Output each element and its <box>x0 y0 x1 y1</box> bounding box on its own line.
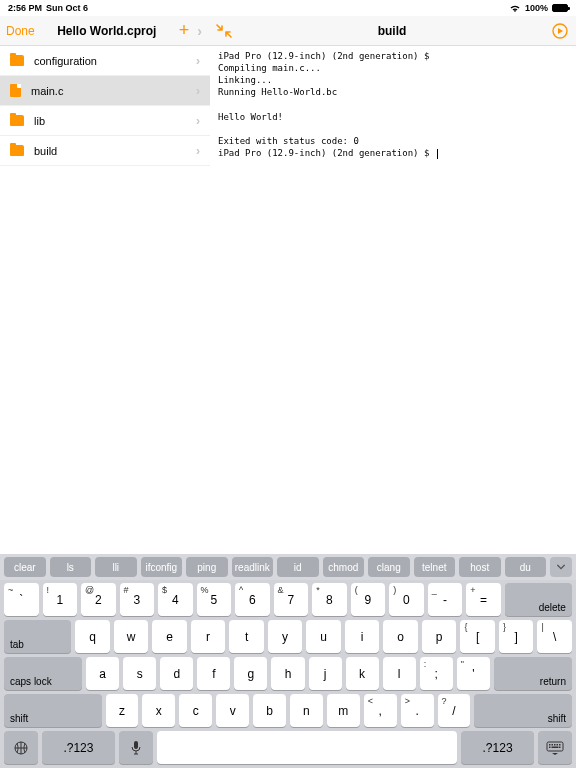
key-=[interactable]: += <box>466 583 501 616</box>
console-title: build <box>378 24 407 38</box>
key-0[interactable]: )0 <box>389 583 424 616</box>
symbols-key-right[interactable]: .?123 <box>461 731 534 764</box>
sidebar-item-build[interactable]: build› <box>0 136 210 166</box>
key-i[interactable]: i <box>345 620 380 653</box>
shortcut-telnet[interactable]: telnet <box>414 557 456 577</box>
shortcut-host[interactable]: host <box>459 557 501 577</box>
file-icon <box>10 84 21 97</box>
key-6[interactable]: ^6 <box>235 583 270 616</box>
chevron-right-icon: › <box>196 84 200 98</box>
key-8[interactable]: *8 <box>312 583 347 616</box>
symbols-key-left[interactable]: .?123 <box>42 731 115 764</box>
key-;[interactable]: :; <box>420 657 453 690</box>
key-`[interactable]: ~` <box>4 583 39 616</box>
key-][interactable]: }] <box>499 620 534 653</box>
chevron-right-icon[interactable]: › <box>197 23 202 39</box>
key--[interactable]: _- <box>428 583 463 616</box>
add-button[interactable]: + <box>179 20 190 41</box>
key-s[interactable]: s <box>123 657 156 690</box>
key-4[interactable]: $4 <box>158 583 193 616</box>
shortcut-ls[interactable]: ls <box>50 557 92 577</box>
key-[[interactable]: {[ <box>460 620 495 653</box>
shortcut-lli[interactable]: lli <box>95 557 137 577</box>
folder-icon <box>10 145 24 156</box>
key-n[interactable]: n <box>290 694 323 727</box>
shift-key-right[interactable]: shift <box>474 694 572 727</box>
svg-rect-10 <box>552 746 559 748</box>
key-,[interactable]: <, <box>364 694 397 727</box>
key-q[interactable]: q <box>75 620 110 653</box>
dismiss-keyboard-key[interactable] <box>538 731 572 764</box>
shortcut-chmod[interactable]: chmod <box>323 557 365 577</box>
collapse-icon[interactable] <box>216 24 232 38</box>
key-o[interactable]: o <box>383 620 418 653</box>
tab-key[interactable]: tab <box>4 620 71 653</box>
shortcut-ifconfig[interactable]: ifconfig <box>141 557 183 577</box>
sidebar-item-label: configuration <box>34 55 97 67</box>
key-p[interactable]: p <box>422 620 457 653</box>
key-l[interactable]: l <box>383 657 416 690</box>
key-1[interactable]: !1 <box>43 583 78 616</box>
key-v[interactable]: v <box>216 694 249 727</box>
status-bar: 2:56 PM Sun Oct 6 100% <box>0 0 576 16</box>
key-5[interactable]: %5 <box>197 583 232 616</box>
key-g[interactable]: g <box>234 657 267 690</box>
caps-lock-key[interactable]: caps lock <box>4 657 82 690</box>
file-sidebar: configuration›main.c›lib›build› <box>0 46 210 558</box>
shortcut-readlink[interactable]: readlink <box>232 557 274 577</box>
svg-rect-8 <box>559 744 561 746</box>
mic-key[interactable] <box>119 731 153 764</box>
key-t[interactable]: t <box>229 620 264 653</box>
key-a[interactable]: a <box>86 657 119 690</box>
key-r[interactable]: r <box>191 620 226 653</box>
return-key[interactable]: return <box>494 657 572 690</box>
svg-rect-2 <box>134 741 138 749</box>
shortcut-id[interactable]: id <box>277 557 319 577</box>
sidebar-item-main-c[interactable]: main.c› <box>0 76 210 106</box>
shortcuts-collapse-button[interactable] <box>550 557 572 577</box>
sidebar-item-configuration[interactable]: configuration› <box>0 46 210 76</box>
key-/[interactable]: ?/ <box>438 694 471 727</box>
key-b[interactable]: b <box>253 694 286 727</box>
key-z[interactable]: z <box>106 694 139 727</box>
key-\[interactable]: |\ <box>537 620 572 653</box>
key-m[interactable]: m <box>327 694 360 727</box>
console-output[interactable]: iPad Pro (12.9-inch) (2nd generation) $ … <box>210 46 576 558</box>
key-c[interactable]: c <box>179 694 212 727</box>
space-key[interactable] <box>157 731 457 764</box>
shortcut-du[interactable]: du <box>505 557 547 577</box>
keyboard: clearlslliifconfigpingreadlinkidchmodcla… <box>0 554 576 768</box>
key-e[interactable]: e <box>152 620 187 653</box>
key-x[interactable]: x <box>142 694 175 727</box>
svg-rect-5 <box>552 744 554 746</box>
key-7[interactable]: &7 <box>274 583 309 616</box>
run-button[interactable] <box>552 23 568 39</box>
key-d[interactable]: d <box>160 657 193 690</box>
delete-key[interactable]: delete <box>505 583 572 616</box>
svg-rect-7 <box>557 744 559 746</box>
shift-key-left[interactable]: shift <box>4 694 102 727</box>
key-u[interactable]: u <box>306 620 341 653</box>
battery-pct: 100% <box>525 3 548 13</box>
key-f[interactable]: f <box>197 657 230 690</box>
shortcut-ping[interactable]: ping <box>186 557 228 577</box>
key-2[interactable]: @2 <box>81 583 116 616</box>
key-9[interactable]: (9 <box>351 583 386 616</box>
svg-rect-6 <box>554 744 556 746</box>
done-button[interactable]: Done <box>6 24 35 38</box>
key-j[interactable]: j <box>309 657 342 690</box>
key-y[interactable]: y <box>268 620 303 653</box>
key-w[interactable]: w <box>114 620 149 653</box>
shortcut-clang[interactable]: clang <box>368 557 410 577</box>
chevron-right-icon: › <box>196 144 200 158</box>
key-.[interactable]: >. <box>401 694 434 727</box>
chevron-right-icon: › <box>196 114 200 128</box>
key-k[interactable]: k <box>346 657 379 690</box>
key-'[interactable]: "' <box>457 657 490 690</box>
shortcut-clear[interactable]: clear <box>4 557 46 577</box>
key-3[interactable]: #3 <box>120 583 155 616</box>
globe-key[interactable] <box>4 731 38 764</box>
battery-icon <box>552 4 568 12</box>
sidebar-item-lib[interactable]: lib› <box>0 106 210 136</box>
key-h[interactable]: h <box>271 657 304 690</box>
